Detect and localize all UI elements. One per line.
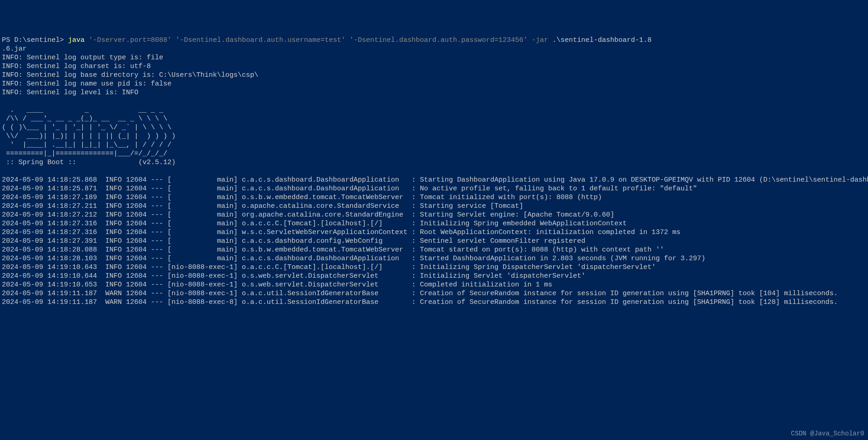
jar-path-1: .\sentinel-dashboard-1.8	[548, 36, 651, 44]
arg-server-port: '-Dserver.port=8088'	[89, 36, 171, 44]
info-line-4: INFO: Sentinel log level is: INFO	[2, 89, 138, 97]
log-line-11: 2024-05-09 14:19:10.644 INFO 12604 --- […	[2, 272, 585, 280]
arg-password: '-Dsentinel.dashboard.auth.password=1234…	[349, 36, 527, 44]
log-line-4: 2024-05-09 14:18:27.212 INFO 12604 --- […	[2, 211, 614, 219]
log-line-10: 2024-05-09 14:19:10.643 INFO 12604 --- […	[2, 263, 656, 271]
java-command: java	[68, 36, 85, 44]
ps-prompt: PS D:\sentinel>	[2, 36, 68, 44]
info-line-0: INFO: Sentinel log output type is: file	[2, 54, 163, 62]
spring-boot-banner: . ____ _ __ _ _ /\\ / ___'_ __ _ _(_)_ _…	[2, 106, 176, 166]
csdn-watermark: CSDN @Java_Scholar0	[791, 429, 864, 438]
log-line-8: 2024-05-09 14:18:28.088 INFO 12604 --- […	[2, 246, 664, 254]
log-line-14: 2024-05-09 14:19:11.187 WARN 12604 --- […	[2, 298, 838, 306]
jar-flag: -jar	[531, 36, 548, 44]
log-line-9: 2024-05-09 14:18:28.103 INFO 12604 --- […	[2, 255, 705, 263]
log-line-2: 2024-05-09 14:18:27.189 INFO 12604 --- […	[2, 194, 602, 201]
log-line-6: 2024-05-09 14:18:27.316 INFO 12604 --- […	[2, 229, 680, 236]
info-line-2: INFO: Sentinel log base directory is: C:…	[2, 71, 258, 79]
log-line-12: 2024-05-09 14:19:10.653 INFO 12604 --- […	[2, 281, 552, 289]
info-line-3: INFO: Sentinel log name use pid is: fals…	[2, 80, 171, 88]
terminal-window[interactable]: PS D:\sentinel> java '-Dserver.port=8088…	[2, 36, 866, 307]
log-line-1: 2024-05-09 14:18:25.871 INFO 12604 --- […	[2, 185, 697, 193]
log-line-5: 2024-05-09 14:18:27.316 INFO 12604 --- […	[2, 220, 627, 228]
log-line-13: 2024-05-09 14:19:11.187 WARN 12604 --- […	[2, 290, 838, 297]
log-line-7: 2024-05-09 14:18:27.391 INFO 12604 --- […	[2, 237, 585, 245]
log-line-3: 2024-05-09 14:18:27.211 INFO 12604 --- […	[2, 202, 523, 210]
command-prompt-line: PS D:\sentinel> java '-Dserver.port=8088…	[2, 36, 651, 53]
jar-path-2: .6.jar	[2, 45, 27, 53]
log-line-0: 2024-05-09 14:18:25.868 INFO 12604 --- […	[2, 176, 868, 184]
arg-username: '-Dsentinel.dashboard.auth.username=test…	[176, 36, 345, 44]
info-line-1: INFO: Sentinel log charset is: utf-8	[2, 63, 151, 70]
